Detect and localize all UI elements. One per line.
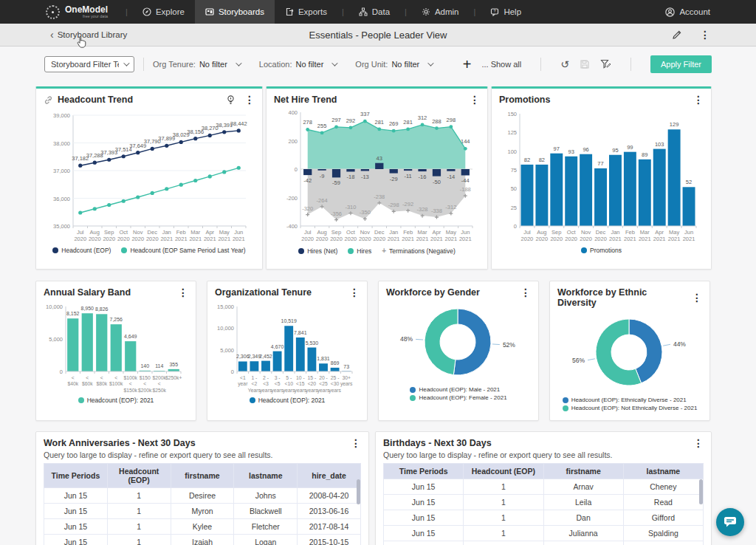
table-row: Jun 151DanGifford: [384, 510, 704, 526]
svg-text:5,000: 5,000: [220, 347, 234, 354]
svg-text:<: <: [72, 375, 75, 380]
svg-text:-9: -9: [320, 173, 325, 179]
workforce-by-ethnic-diversity-chart[interactable]: 44%56%: [557, 308, 701, 395]
table-scrollbar-thumb[interactable]: [357, 479, 360, 504]
svg-text:-13: -13: [361, 174, 369, 180]
nav-separator: |: [337, 7, 348, 16]
add-filter-button[interactable]: +: [463, 57, 472, 72]
link-icon: [44, 95, 53, 105]
svg-text:337: 337: [360, 111, 370, 117]
svg-text:30+: 30+: [342, 375, 351, 380]
card-menu-icon[interactable]: ⋮: [349, 287, 360, 298]
svg-text:50: 50: [511, 185, 517, 192]
edit-pencil-icon[interactable]: [672, 30, 682, 40]
nav-separator: |: [121, 7, 132, 16]
nav-item-explore[interactable]: Explore: [132, 0, 195, 24]
card-title: Net Hire Trend: [274, 95, 337, 105]
svg-text:$150: $150: [140, 375, 151, 380]
card-menu-icon[interactable]: ⋮: [178, 287, 188, 298]
legend-item: Promotions: [581, 247, 622, 254]
svg-text:0: 0: [514, 223, 517, 230]
svg-text:312: 312: [418, 114, 427, 121]
card-menu-icon[interactable]: ⋮: [692, 292, 702, 303]
svg-text:2020: 2020: [131, 236, 144, 242]
undo-icon[interactable]: ↺: [560, 58, 569, 70]
svg-text:7,256: 7,256: [109, 317, 123, 322]
svg-text:years: years: [329, 388, 341, 394]
save-filter-icon[interactable]: [580, 59, 590, 69]
account-menu[interactable]: Account: [653, 0, 722, 24]
svg-text:869: 869: [331, 360, 340, 366]
svg-text:56%: 56%: [572, 357, 585, 364]
annual-salary-band-chart[interactable]: 05,00010,0008,1528,9508,8267,2564,649140…: [44, 298, 187, 395]
apply-filter-button[interactable]: Apply Filter: [650, 55, 712, 73]
headcount-trend-chart[interactable]: 35,00036,00037,00038,00039,000Jul2020Aug…: [44, 105, 253, 245]
card-birthdays: Birthdays - Next 30 Days ⋮ Query too lar…: [375, 431, 712, 545]
table-cell: Hays: [623, 541, 703, 545]
workforce-by-gender-chart[interactable]: 52%48%: [386, 298, 529, 385]
brand-tagline: free your data: [65, 15, 108, 19]
svg-text:-59: -59: [332, 179, 340, 186]
svg-text:2020: 2020: [565, 236, 577, 242]
svg-text:96: 96: [583, 146, 588, 153]
storyboard-filter-template-select[interactable]: Storyboard Filter Temp: [44, 56, 134, 72]
card-menu-icon[interactable]: ⋮: [244, 95, 255, 105]
svg-text:43: 43: [377, 155, 382, 162]
table-cell: Kylee: [171, 519, 234, 535]
nav-item-data[interactable]: Data: [348, 0, 400, 24]
onemodel-logo[interactable]: OneModel free your data: [0, 0, 121, 24]
svg-text:37,000: 37,000: [53, 168, 70, 174]
back-to-storyboard-library[interactable]: ‹ Storyboard Library: [50, 29, 127, 41]
legend-item: Headcount (EOP): Not Ethnically Diverse …: [563, 405, 698, 411]
nav-item-exports[interactable]: Exports: [275, 0, 337, 24]
table-cell: Jun 15: [384, 541, 464, 545]
promotions-chart[interactable]: 0255075100125150828297939677959989103129…: [499, 105, 702, 245]
table-scrollbar-thumb[interactable]: [699, 479, 703, 504]
table-cell: 1: [107, 519, 171, 535]
card-menu-icon[interactable]: ⋮: [351, 438, 361, 448]
organizational-tenure-chart[interactable]: 05,00010,00015,0002,3062,3492,4524,67010…: [215, 298, 358, 395]
svg-text:Aug: Aug: [537, 229, 546, 236]
edit-filters-funnel-icon[interactable]: [600, 59, 611, 69]
legend-item: Headcount (EOP): 2021: [250, 397, 326, 404]
svg-text:Nov: Nov: [133, 229, 143, 236]
svg-text:5,000: 5,000: [49, 336, 63, 343]
table-cell: Jun 15: [44, 504, 108, 519]
chat-bubble-icon: [724, 515, 737, 529]
svg-text:-14: -14: [447, 174, 455, 180]
svg-text:-312: -312: [445, 204, 456, 210]
svg-text:44%: 44%: [673, 340, 686, 348]
svg-text:292: 292: [346, 117, 356, 124]
net-hire-trend-chart[interactable]: 4002000-200-400-42-9-59-18-1343-29-11-16…: [274, 105, 478, 245]
svg-text:269: 269: [389, 120, 399, 127]
svg-text:Feb: Feb: [403, 229, 413, 236]
chat-launcher-button[interactable]: [716, 508, 744, 536]
card-menu-icon[interactable]: ⋮: [520, 287, 531, 298]
nav-item-storyboards[interactable]: Storyboards: [195, 0, 275, 24]
svg-text:$100k: $100k: [109, 381, 123, 386]
card-menu-icon[interactable]: ⋮: [693, 95, 704, 105]
table-header-row: Time PeriodsHeadcount (EOP)firstnamelast…: [384, 464, 704, 479]
svg-text:39,000: 39,000: [53, 112, 70, 119]
svg-text:Aug: Aug: [317, 229, 326, 236]
table-header-row: Time PeriodsHeadcount (EOP)firstnamelast…: [44, 464, 361, 488]
nav-item-admin[interactable]: Admin: [411, 0, 470, 24]
svg-text:2021: 2021: [653, 236, 666, 242]
filter-org-tenure[interactable]: Org Tenure: No filter: [153, 60, 240, 69]
card-menu-icon[interactable]: ⋮: [470, 95, 480, 105]
insight-bulb-icon[interactable]: [226, 95, 236, 105]
filter-org-unit[interactable]: Org Unit: No filter: [355, 60, 432, 69]
work-anniversaries-table: Time PeriodsHeadcount (EOP)firstnamelast…: [44, 463, 361, 545]
show-all-filters-button[interactable]: ... Show all: [481, 60, 521, 69]
nav-item-help[interactable]: ? Help: [480, 0, 532, 24]
filter-location[interactable]: Location: No filter: [259, 60, 337, 69]
svg-text:year: year: [238, 381, 248, 387]
svg-text:Aug: Aug: [90, 229, 100, 236]
svg-text:2020: 2020: [330, 236, 343, 242]
column-header: Headcount (EOP): [464, 464, 543, 479]
svg-text:$200k: $200k: [152, 375, 166, 380]
svg-text:288: 288: [432, 118, 441, 125]
card-menu-icon[interactable]: ⋮: [693, 438, 704, 448]
svg-text:97: 97: [554, 145, 560, 152]
storyboard-menu-icon[interactable]: ⋮: [700, 30, 710, 40]
